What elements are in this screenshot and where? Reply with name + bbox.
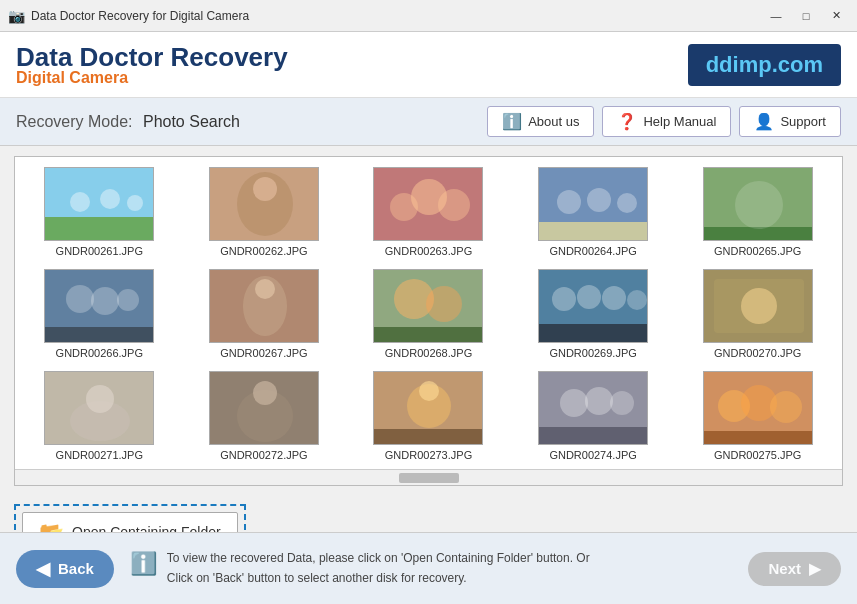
svg-point-3 (100, 189, 120, 209)
svg-point-16 (617, 193, 637, 213)
info-circle-icon: ℹ️ (130, 551, 157, 577)
brand-text: ddimp (706, 52, 772, 77)
svg-point-21 (66, 285, 94, 313)
svg-point-53 (585, 387, 613, 415)
horizontal-scrollbar[interactable] (15, 469, 842, 485)
photo-label: GNDR00261.JPG (56, 245, 143, 257)
back-arrow-icon: ◀ (36, 558, 50, 580)
titlebar: 📷 Data Doctor Recovery for Digital Camer… (0, 0, 857, 32)
photo-item[interactable]: GNDR00261.JPG (25, 167, 174, 257)
svg-point-2 (70, 192, 90, 212)
maximize-button[interactable]: □ (793, 6, 819, 26)
titlebar-title: Data Doctor Recovery for Digital Camera (31, 9, 763, 23)
photo-item[interactable]: GNDR00267.JPG (190, 269, 339, 359)
bottom-bar: ◀ Back ℹ️ To view the recovered Data, pl… (0, 532, 857, 604)
svg-point-23 (117, 289, 139, 311)
back-button[interactable]: ◀ Back (16, 550, 114, 588)
photo-grid: GNDR00261.JPG GNDR00262.JPG GNDR00263.JP… (25, 167, 832, 461)
info-icon: ℹ️ (502, 112, 522, 131)
photo-label: GNDR00271.JPG (56, 449, 143, 461)
svg-rect-60 (704, 431, 812, 445)
photo-item[interactable]: GNDR00262.JPG (190, 167, 339, 257)
svg-point-4 (127, 195, 143, 211)
svg-point-14 (557, 190, 581, 214)
photo-grid-area[interactable]: GNDR00261.JPG GNDR00262.JPG GNDR00263.JP… (15, 157, 842, 469)
svg-point-46 (253, 381, 277, 405)
help-manual-button[interactable]: ❓ Help Manual (602, 106, 731, 137)
photo-label: GNDR00263.JPG (385, 245, 472, 257)
svg-point-15 (587, 188, 611, 212)
info-area: ℹ️ To view the recovered Data, please cl… (130, 549, 733, 587)
svg-point-35 (602, 286, 626, 310)
svg-point-54 (610, 391, 634, 415)
svg-rect-24 (45, 327, 153, 343)
svg-point-34 (577, 285, 601, 309)
photo-item[interactable]: GNDR00263.JPG (354, 167, 503, 257)
window-controls: — □ ✕ (763, 6, 849, 26)
svg-point-33 (552, 287, 576, 311)
photo-label: GNDR00272.JPG (220, 449, 307, 461)
photo-item[interactable]: GNDR00274.JPG (519, 371, 668, 461)
photo-label: GNDR00265.JPG (714, 245, 801, 257)
svg-rect-50 (374, 429, 482, 445)
svg-rect-37 (539, 324, 647, 343)
photo-label: GNDR00262.JPG (220, 245, 307, 257)
photo-item[interactable]: GNDR00266.JPG (25, 269, 174, 359)
svg-point-7 (253, 177, 277, 201)
info-text: To view the recovered Data, please click… (167, 549, 590, 587)
photo-item[interactable]: GNDR00272.JPG (190, 371, 339, 461)
svg-point-11 (438, 189, 470, 221)
next-arrow-icon: ▶ (809, 560, 821, 578)
photo-item[interactable]: GNDR00269.JPG (519, 269, 668, 359)
close-button[interactable]: ✕ (823, 6, 849, 26)
photo-item[interactable]: GNDR00264.JPG (519, 167, 668, 257)
photo-label: GNDR00270.JPG (714, 347, 801, 359)
svg-rect-1 (45, 217, 153, 241)
svg-rect-31 (374, 327, 482, 343)
photo-grid-container: GNDR00261.JPG GNDR00262.JPG GNDR00263.JP… (14, 156, 843, 486)
svg-point-22 (91, 287, 119, 315)
header: Data Doctor Recovery Digital Camera ddim… (0, 32, 857, 98)
brand-logo: ddimp.com (688, 44, 841, 86)
photo-item[interactable]: GNDR00268.JPG (354, 269, 503, 359)
support-icon: 👤 (754, 112, 774, 131)
photo-item[interactable]: GNDR00275.JPG (683, 371, 832, 461)
photo-item[interactable]: GNDR00270.JPG (683, 269, 832, 359)
svg-rect-55 (539, 427, 647, 445)
svg-point-49 (419, 381, 439, 401)
svg-rect-18 (704, 227, 812, 241)
brand-domain: .com (772, 52, 823, 77)
photo-item[interactable]: GNDR00273.JPG (354, 371, 503, 461)
support-button[interactable]: 👤 Support (739, 106, 841, 137)
svg-point-59 (770, 391, 802, 423)
svg-rect-13 (539, 222, 647, 241)
titlebar-icon: 📷 (8, 8, 25, 24)
help-icon: ❓ (617, 112, 637, 131)
svg-point-40 (741, 288, 777, 324)
next-button[interactable]: Next ▶ (748, 552, 841, 586)
photo-label: GNDR00273.JPG (385, 449, 472, 461)
svg-point-27 (255, 279, 275, 299)
svg-point-19 (735, 181, 783, 229)
logo: Data Doctor Recovery Digital Camera (16, 42, 288, 87)
svg-point-36 (627, 290, 647, 310)
photo-label: GNDR00269.JPG (549, 347, 636, 359)
photo-label: GNDR00274.JPG (549, 449, 636, 461)
recovery-mode-label: Recovery Mode: Photo Search (16, 113, 240, 131)
svg-point-10 (390, 193, 418, 221)
photo-label: GNDR00267.JPG (220, 347, 307, 359)
photo-label: GNDR00266.JPG (56, 347, 143, 359)
photo-label: GNDR00268.JPG (385, 347, 472, 359)
about-us-button[interactable]: ℹ️ About us (487, 106, 594, 137)
toolbar: Recovery Mode: Photo Search ℹ️ About us … (0, 98, 857, 146)
scrollbar-thumb (399, 473, 459, 483)
svg-point-43 (86, 385, 114, 413)
photo-item[interactable]: GNDR00265.JPG (683, 167, 832, 257)
toolbar-buttons: ℹ️ About us ❓ Help Manual 👤 Support (487, 106, 841, 137)
photo-label: GNDR00275.JPG (714, 449, 801, 461)
minimize-button[interactable]: — (763, 6, 789, 26)
photo-label: GNDR00264.JPG (549, 245, 636, 257)
photo-item[interactable]: GNDR00271.JPG (25, 371, 174, 461)
svg-point-30 (426, 286, 462, 322)
svg-point-52 (560, 389, 588, 417)
